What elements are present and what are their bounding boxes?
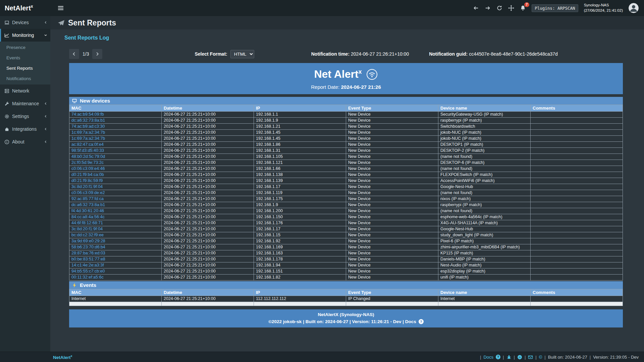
table-cell: raspberrypi (IP match) (438, 202, 531, 208)
mac-link-cell[interactable]: 2c:f0:5d:9e:73:2c (69, 160, 162, 166)
mac-link-cell[interactable]: 44:6f:f8:12:68:71 (69, 220, 162, 226)
docs-link[interactable]: Docs (483, 355, 493, 360)
table-cell: 192.168.1.9 (254, 202, 346, 208)
mac-link-cell[interactable]: 92:ac:85:77:fd:ca (69, 196, 162, 202)
table-cell: New Device (346, 275, 438, 281)
mac-link-cell[interactable]: f4:4d:30:61:20:46 (69, 208, 162, 214)
mac-link-cell[interactable]: 98:5f:d3:d5:40:33 (69, 148, 162, 154)
network-icon (4, 88, 9, 94)
next-page-button[interactable] (92, 49, 102, 59)
table-cell: 192.168.1.119 (254, 190, 346, 196)
table-row: 94:b5:55:c7:cb:e02024-06-27 21:25:21+10:… (69, 268, 623, 275)
table-cell: 192.168.1.17 (254, 226, 346, 232)
mac-link-cell[interactable]: 48:b0:2d:5c:79:0d (69, 154, 162, 160)
github-icon[interactable] (517, 355, 522, 360)
table-cell: 2024-06-27 21:25:21+10:00 (162, 268, 254, 275)
table-cell (531, 202, 623, 208)
mac-link-cell[interactable]: d0:21:f9:8c:59:f9 (69, 178, 162, 184)
sent-reports-log-link[interactable]: Sent Reports Log (64, 35, 109, 41)
table-cell: 192.168.1.15 (254, 232, 346, 238)
avatar[interactable] (629, 3, 639, 13)
report-date: Report Date: 2024-06-27 21:26 (69, 84, 623, 90)
move-icon[interactable] (508, 5, 514, 11)
sidebar-subitem-events[interactable]: Events (0, 53, 50, 63)
mac-link-cell[interactable]: 3a:9d:69:e0:29:28 (69, 238, 162, 244)
table-header-row: MACDatetimeIPEvent TypeDevice nameCommen… (69, 289, 623, 296)
sidebar-item-integrations[interactable]: Integrations (0, 123, 50, 135)
table-cell: 192.168.1.175 (254, 196, 346, 202)
plugins-badge[interactable]: Plugins: ARPSCAN (532, 4, 578, 12)
table-cell: 2024-06-27 21:25:21+10:00 (162, 220, 254, 226)
table-cell: New Device (346, 178, 438, 184)
table-row: 92:ac:85:77:fd:ca2024-06-27 21:25:21+10:… (69, 196, 623, 202)
mac-link-cell[interactable]: 1c:69:7a:a2:34:7b (69, 130, 162, 136)
table-cell: 2024-06-27 21:25:21+10:00 (162, 244, 254, 250)
host-time: (27/06/2024, 21:41:02) (584, 8, 623, 13)
mac-link-cell[interactable]: 74:ac:b9:54:09:fb (69, 112, 162, 118)
mac-link-cell[interactable]: 84:cc:a8:4a:56:4c (69, 214, 162, 220)
mac-link-cell[interactable]: 1c:69:7a:a2:34:7b (69, 136, 162, 142)
new-devices-icon (72, 98, 77, 104)
mac-link-cell[interactable]: 00:11:32:ef:a5:6c (69, 275, 162, 281)
table-cell: raspberrypi (IP match) (438, 118, 531, 124)
top-navbar: NetAlertx 7 Plugins: ARPSCAN Synology-NA… (0, 0, 644, 16)
app-logo[interactable]: NetAlertx (0, 4, 50, 12)
back-icon[interactable] (473, 5, 479, 11)
footer-version: Version: 21:39:05 - Dev (593, 355, 639, 360)
table-cell: New Device (346, 154, 438, 160)
table-cell: 2024-06-27 21:25:21+10:00 (162, 196, 254, 202)
table-row: f4:4d:30:61:20:462024-06-27 21:25:21+10:… (69, 208, 623, 214)
mac-link-cell[interactable]: 58:b6:23:70:d6:b4 (69, 244, 162, 250)
mac-link-cell[interactable]: 28:87:ba:76:ed:03 (69, 250, 162, 256)
mac-link-cell[interactable]: d0:21:f9:b4:ca:0b (69, 172, 162, 178)
mac-link-cell[interactable]: 14:c1:4e:2e:a3:3f (69, 262, 162, 268)
mac-link-cell[interactable]: b0:be:83:51:77:e8 (69, 256, 162, 262)
events-section-header: Events (69, 281, 623, 289)
mac-link-cell[interactable]: bc:dd:c2:32:f9:ee (69, 232, 162, 238)
mac-link-cell[interactable]: dc:a6:32:73:8a:b1 (69, 202, 162, 208)
table-cell: Internet (69, 296, 162, 302)
question-circle-icon[interactable]: ? (496, 355, 500, 359)
sidebar-item-settings[interactable]: Settings (0, 110, 50, 123)
table-cell: esp32display (IP match) (438, 268, 531, 275)
sidebar-item-about[interactable]: About (0, 135, 50, 148)
mac-link-cell[interactable]: 3c:8d:20:f1:9f:04 (69, 184, 162, 190)
mac-link-cell[interactable]: c0:06:c3:09:de:e2 (69, 190, 162, 196)
sidebar-item-label: Devices (12, 20, 29, 25)
mac-link-cell[interactable]: ac:82:47:ca:0f:e4 (69, 142, 162, 148)
mac-link-cell[interactable]: 3c:8d:20:f1:9f:04 (69, 226, 162, 232)
mac-link-cell[interactable]: 74:ac:b9:ad:c3:30 (69, 124, 162, 130)
report-date-value: 2024-06-27 21:26 (341, 84, 381, 90)
table-row: ac:82:47:ca:0f:e42024-06-27 21:25:21+10:… (69, 142, 623, 148)
sidebar-item-maintenance[interactable]: Maintenance (0, 97, 50, 110)
bug-icon[interactable] (506, 355, 512, 360)
sidebar-item-label: Integrations (12, 126, 37, 132)
copyright-icon[interactable]: © (539, 355, 542, 360)
sidebar-toggle-button[interactable] (54, 4, 68, 12)
sidebar-subitem-presence[interactable]: Presence (0, 42, 50, 53)
notifications-button[interactable]: 7 (520, 5, 526, 11)
report-footer-text: ©2022 jokob-sk | Built on: 2024-06-27 | … (268, 319, 416, 324)
table-row: 44:6f:f8:12:68:712024-06-27 21:25:21+10:… (69, 220, 623, 226)
mac-link-cell[interactable]: 94:b5:55:c7:cb:e0 (69, 268, 162, 275)
host-info: Synology-NAS (27/06/2024, 21:41:02) (584, 3, 623, 13)
mac-link-cell[interactable]: dc:a6:32:73:8a:b1 (69, 118, 162, 124)
refresh-icon[interactable] (496, 5, 502, 11)
table-cell: 2024-06-27 21:25:21+10:00 (162, 238, 254, 244)
report-header: Net Alertx Report Date: 2024-06-27 21:26 (69, 63, 623, 94)
sidebar-item-network[interactable]: Network (0, 84, 50, 97)
forward-icon[interactable] (485, 5, 491, 11)
format-select[interactable]: HTML (230, 50, 254, 58)
sidebar-item-monitoring[interactable]: Monitoring (0, 29, 50, 42)
mail-icon[interactable] (528, 355, 533, 360)
question-circle-icon[interactable]: ? (419, 319, 424, 324)
table-cell: Pixel-6 (IP match) (438, 238, 531, 244)
sidebar-subitem-sent-reports[interactable]: Sent Reports (0, 63, 50, 73)
prev-page-button[interactable] (69, 49, 79, 59)
notification-time-value: 2024-06-27 21:26:21+10:00 (351, 51, 409, 57)
sidebar-subitem-notifications[interactable]: Notifications (0, 73, 50, 84)
sidebar-item-devices[interactable]: Devices (0, 16, 50, 29)
footer-brand-link[interactable]: NetAlertx (53, 354, 72, 360)
table-cell (531, 112, 623, 118)
mac-link-cell[interactable]: c0:06:c3:09:e4:46 (69, 166, 162, 172)
